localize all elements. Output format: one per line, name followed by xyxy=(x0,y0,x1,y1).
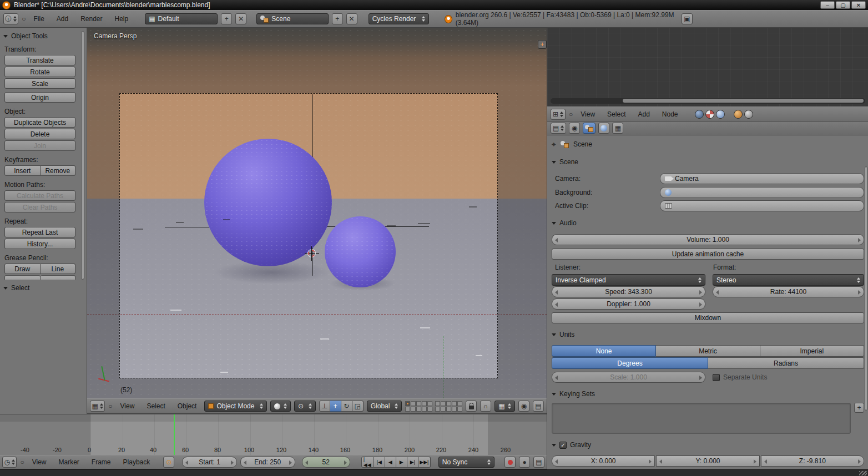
use-nodes-icon[interactable] xyxy=(744,110,753,119)
clipped-button[interactable] xyxy=(41,275,76,280)
compositing-tree-icon[interactable] xyxy=(716,110,725,119)
grease-draw-button[interactable]: Draw xyxy=(4,264,41,274)
menu-select[interactable]: Select xyxy=(142,402,169,410)
prev-keyframe-button[interactable]: |◀ xyxy=(374,457,385,468)
region-expand-button[interactable]: + xyxy=(538,40,547,49)
layer-cell[interactable] xyxy=(405,401,410,406)
render-context-tab[interactable]: ◉ xyxy=(569,123,580,134)
audio-panel-header[interactable]: Audio xyxy=(552,219,864,227)
active-clip-field[interactable] xyxy=(660,200,864,211)
increment-icon[interactable] xyxy=(699,302,702,307)
layer-cell[interactable] xyxy=(441,407,446,412)
origin-button[interactable]: Origin xyxy=(4,92,75,103)
decrement-icon[interactable] xyxy=(555,302,558,307)
render-engine-selector[interactable]: Cycles Render xyxy=(369,13,429,24)
snap-toggle-button[interactable]: ∩ xyxy=(480,401,491,412)
collapse-menus-icon[interactable]: ○ xyxy=(569,111,573,118)
increment-icon[interactable] xyxy=(289,460,292,465)
doppler-slider[interactable]: Doppler: 1.000 xyxy=(552,298,705,310)
delete-layout-button[interactable]: ✕ xyxy=(235,13,246,24)
units-radians-button[interactable]: Radians xyxy=(708,357,864,369)
record-button[interactable] xyxy=(504,457,516,468)
remove-keyframe-button[interactable]: Remove xyxy=(41,165,76,176)
menu-help[interactable]: Help xyxy=(110,15,133,23)
orientation-selector[interactable]: Global xyxy=(367,401,402,412)
decrement-icon[interactable] xyxy=(555,376,558,380)
menu-marker[interactable]: Marker xyxy=(54,458,84,466)
increment-icon[interactable] xyxy=(699,376,702,380)
gravity-panel-header[interactable]: ✓ Gravity xyxy=(552,441,864,449)
minimize-button[interactable]: – xyxy=(820,1,835,9)
layer-cell[interactable] xyxy=(411,401,416,406)
add-layout-button[interactable]: + xyxy=(221,13,232,24)
increment-icon[interactable] xyxy=(231,460,234,465)
jump-to-end-button[interactable]: ▶▶| xyxy=(418,457,431,468)
units-degrees-button[interactable]: Degrees xyxy=(552,357,708,369)
decrement-icon[interactable] xyxy=(244,460,246,465)
pin-icon[interactable]: ⌖ xyxy=(552,140,556,148)
units-metric-button[interactable]: Metric xyxy=(656,345,760,357)
clipped-button[interactable] xyxy=(4,275,41,280)
menu-view[interactable]: View xyxy=(28,458,51,466)
layer-cell[interactable] xyxy=(452,407,457,412)
next-keyframe-button[interactable]: ▶| xyxy=(407,457,418,468)
viewport-3d[interactable]: Camera Persp (52) + xyxy=(87,28,547,398)
shader-tree-icon[interactable] xyxy=(695,110,704,119)
layer-cell[interactable] xyxy=(457,401,462,406)
increment-icon[interactable] xyxy=(754,459,756,464)
title-bar[interactable]: Blender* [C:\Users\Andre\Documents\blend… xyxy=(0,0,868,10)
delete-scene-button[interactable]: ✕ xyxy=(346,13,357,24)
start-frame-field[interactable]: Start: 1 xyxy=(182,457,237,468)
layer-cell[interactable] xyxy=(435,401,440,406)
decrement-icon[interactable] xyxy=(185,460,188,465)
play-button[interactable]: ▶ xyxy=(396,457,407,468)
layer-cell[interactable] xyxy=(427,401,432,406)
shading-selector[interactable] xyxy=(270,401,291,412)
resize-grip[interactable] xyxy=(859,471,867,475)
grease-line-button[interactable]: Line xyxy=(41,264,76,274)
rate-slider[interactable]: Rate: 44100 xyxy=(713,286,864,297)
pivot-selector[interactable]: ⊙ xyxy=(294,401,316,412)
units-none-button[interactable]: None xyxy=(552,345,656,357)
texture-tree-icon[interactable] xyxy=(705,110,714,119)
decrement-icon[interactable] xyxy=(305,460,308,465)
decrement-icon[interactable] xyxy=(764,459,767,464)
gravity-x-field[interactable]: X: 0.000 xyxy=(552,455,655,467)
menu-add[interactable]: Add xyxy=(633,110,654,118)
menu-file[interactable]: File xyxy=(29,15,48,23)
properties-scrollbar[interactable] xyxy=(865,166,867,411)
opengl-render-still-button[interactable]: ◉ xyxy=(518,401,529,412)
layer-cell[interactable] xyxy=(452,401,457,406)
keying-set-button[interactable]: ▤ xyxy=(533,457,544,468)
manipulator-translate-button[interactable]: + xyxy=(330,401,341,412)
decrement-icon[interactable] xyxy=(555,459,558,464)
menu-node[interactable]: Node xyxy=(658,110,683,118)
format-selector[interactable]: Stereo xyxy=(713,274,864,286)
keying-sets-list[interactable] xyxy=(552,403,851,434)
increment-icon[interactable] xyxy=(649,459,652,464)
layer-cell[interactable] xyxy=(427,407,432,412)
manipulator-rotate-button[interactable]: ↻ xyxy=(341,401,352,412)
opengl-render-anim-button[interactable]: ▤ xyxy=(533,401,544,412)
layer-cell[interactable] xyxy=(416,407,421,412)
repeat-last-button[interactable]: Repeat Last xyxy=(4,227,75,237)
jump-to-start-button[interactable]: |◀◀ xyxy=(361,457,374,468)
keying-sets-panel-header[interactable]: Keying Sets xyxy=(552,390,864,398)
translate-button[interactable]: Translate xyxy=(4,55,75,65)
menu-view[interactable]: View xyxy=(576,110,599,118)
scene-selector[interactable]: Scene xyxy=(256,13,328,24)
audio-scrubbing-button[interactable]: ● xyxy=(519,457,530,468)
camera-field[interactable]: Camera xyxy=(660,173,864,184)
clear-paths-button[interactable]: Clear Paths xyxy=(4,202,75,212)
background-field[interactable] xyxy=(660,187,864,198)
decrement-icon[interactable] xyxy=(555,290,558,295)
separate-units-checkbox[interactable] xyxy=(713,374,720,381)
calculate-paths-button[interactable]: Calculate Paths xyxy=(4,190,75,201)
volume-slider[interactable]: Volume: 1.000 xyxy=(552,234,864,245)
increment-icon[interactable] xyxy=(699,290,702,295)
layer-cell[interactable] xyxy=(405,407,410,412)
add-keying-set-button[interactable]: + xyxy=(854,403,864,413)
gravity-y-field[interactable]: Y: 0.000 xyxy=(656,455,759,467)
increment-icon[interactable] xyxy=(858,290,861,295)
decrement-icon[interactable] xyxy=(555,238,558,242)
